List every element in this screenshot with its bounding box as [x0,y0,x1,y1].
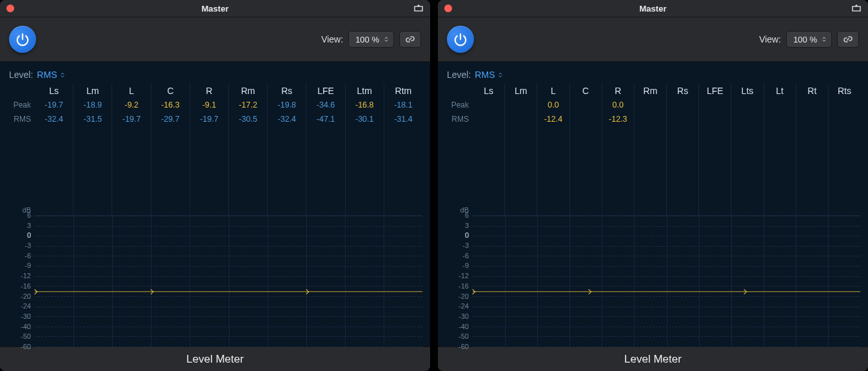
channel-column: Rtm-18.1-31.4 [384,84,422,215]
channel-name: R [190,84,228,98]
rms-value: -30.1 [346,112,384,126]
peak-value [667,98,698,112]
channel-name: LFE [699,84,731,98]
channel-column: Rm-17.2-30.5 [228,84,267,215]
channel-column: R-9.1-19.7 [190,84,228,215]
expand-icon[interactable] [850,3,863,14]
window-title: Master [202,4,229,14]
peak-value: -17.2 [229,98,267,112]
peak-value: -34.6 [306,98,344,112]
axis-tick: -9 [25,262,31,269]
rms-value: -32.4 [268,112,306,126]
axis-tick: -16 [459,282,469,290]
channel-column: Lm [504,84,537,215]
channel-name: Rm [229,84,267,98]
channel-column: Rm [634,84,666,215]
axis-tick: -20 [459,292,469,300]
indicator-line[interactable] [473,291,860,292]
chevron-updown-icon [383,35,390,43]
peak-value: -18.9 [74,98,112,112]
close-icon[interactable] [6,5,14,12]
rms-value: -29.7 [152,112,190,126]
channel-name: C [570,84,602,98]
power-button[interactable] [9,26,36,53]
level-select[interactable]: RMS [37,70,66,80]
link-button[interactable] [837,31,859,48]
peak-value [829,98,860,112]
peak-value [731,98,763,112]
rms-value [635,112,666,126]
axis-tick: 0 [465,231,469,239]
rms-value [473,112,504,126]
channel-name: L [537,84,569,98]
channel-column: L-9.2-19.7 [112,84,150,215]
window-title: Master [640,4,667,14]
axis-tick: 6 [27,211,31,219]
peak-value: 0.0 [537,98,569,112]
peak-value [764,98,796,112]
view-select[interactable]: 100 % [348,31,394,48]
expand-icon[interactable] [412,3,425,14]
axis-tick: -30 [21,312,31,320]
channel-name: Ls [35,84,73,98]
db-axis: dB630-3-6-9-12-16-20-24-30-40-50-60 [446,215,473,347]
peak-value: -19.7 [35,98,73,112]
plugin-body: Level:RMSPeakRMSLsLmL0.0-12.4CR0.0-12.3R… [438,62,868,347]
channel-column: Rs [666,84,698,215]
peak-value: -9.2 [112,98,150,112]
graph-canvas [35,215,422,347]
rms-value [505,112,537,126]
titlebar: Master [438,0,868,17]
channel-column: L0.0-12.4 [537,84,569,215]
toolbar: View:100 % [0,17,430,62]
indicator-line[interactable] [35,291,422,292]
chevron-updown-icon [821,35,827,43]
axis-tick: -16 [21,282,31,290]
meter-graph: dB630-3-6-9-12-16-20-24-30-40-50-60 [8,215,422,347]
level-row: Level:RMS [8,67,422,84]
link-button[interactable] [399,31,421,48]
rms-value [570,112,602,126]
view-select[interactable]: 100 % [786,31,832,48]
peak-value [796,98,828,112]
peak-value: -16.8 [346,98,384,112]
level-select[interactable]: RMS [475,70,504,80]
channel-column: Ls [473,84,504,215]
axis-tick: -12 [21,272,31,280]
axis-tick: -40 [459,323,469,330]
plugin-window: MasterView:100 %Level:RMSPeakRMSLsLmL0.0… [438,0,868,371]
rms-value: -12.4 [537,112,569,126]
channel-name: Rm [635,84,666,98]
channel-column: Rs-19.8-32.4 [267,84,306,215]
axis-tick: -12 [459,272,469,280]
rms-value [699,112,731,126]
rms-value: -32.4 [35,112,73,126]
channel-column: R0.0-12.3 [602,84,634,215]
axis-tick: -50 [459,332,469,340]
channel-column: C [569,84,602,215]
meter-header: PeakRMSLs-19.7-32.4Lm-18.9-31.5L-9.2-19.… [8,84,422,215]
axis-tick: -9 [462,262,469,269]
axis-tick: -20 [21,292,31,300]
channel-name: Ltm [346,84,384,98]
chevron-updown-icon [497,71,504,79]
channel-name: Rs [268,84,306,98]
axis-tick: 3 [465,222,469,229]
power-button[interactable] [447,26,474,53]
axis-tick: -60 [21,343,31,350]
meter-header: PeakRMSLsLmL0.0-12.4CR0.0-12.3RmRsLFELts… [446,84,860,215]
plugin-name: Level Meter [0,347,430,371]
close-icon[interactable] [444,5,452,12]
channel-name: Lt [764,84,796,98]
rms-value [731,112,763,126]
peak-value [505,98,537,112]
db-axis: dB630-3-6-9-12-16-20-24-30-40-50-60 [8,215,35,347]
channel-name: L [112,84,150,98]
channel-name: Rts [829,84,860,98]
channel-column: Rt [796,84,828,215]
rms-value: -31.4 [384,112,422,126]
peak-value: -18.1 [384,98,422,112]
axis-tick: -24 [459,302,469,310]
rms-label: RMS [8,112,31,126]
view-value: 100 % [793,35,817,44]
